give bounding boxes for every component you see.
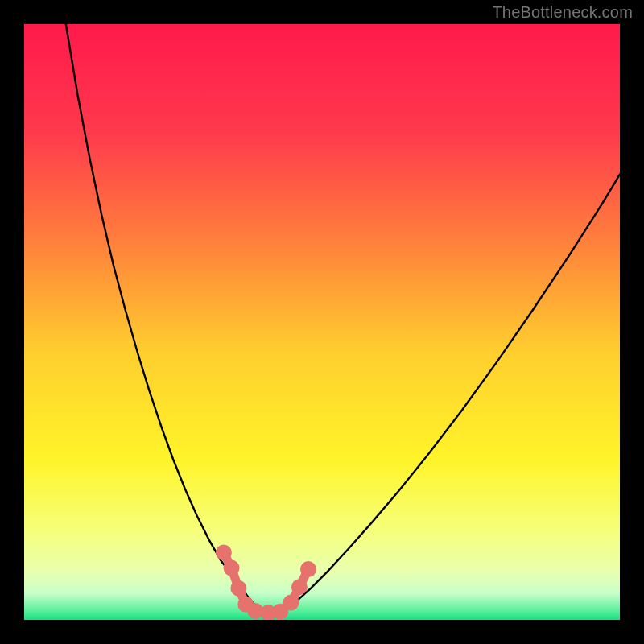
gradient-background xyxy=(24,24,620,620)
bead xyxy=(224,560,240,576)
bead xyxy=(216,544,232,560)
bead xyxy=(283,595,299,611)
plot-svg xyxy=(24,24,620,620)
bead xyxy=(230,580,246,597)
bead xyxy=(291,579,308,595)
chart-frame: TheBottleneck.com xyxy=(0,0,644,644)
watermark-text: TheBottleneck.com xyxy=(492,3,633,22)
plot-area xyxy=(24,24,620,620)
bead xyxy=(300,561,316,577)
